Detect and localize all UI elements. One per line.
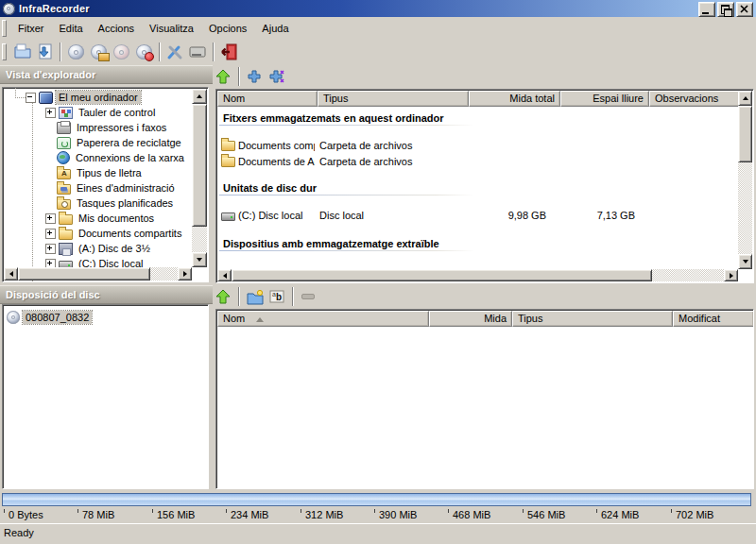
scroll-down-button[interactable] bbox=[738, 254, 752, 269]
erase-disc-button[interactable] bbox=[132, 42, 155, 63]
tree-item-label[interactable]: Tasques planificades bbox=[74, 196, 176, 210]
tree-vertical-scrollbar[interactable] bbox=[192, 89, 207, 267]
scroll-thumb[interactable] bbox=[232, 269, 652, 281]
recycle-bin-icon bbox=[57, 137, 71, 149]
menu-ajuda[interactable]: Ajuda bbox=[254, 21, 296, 36]
toolbar-separator bbox=[213, 42, 214, 61]
file-name: (C:) Disc local bbox=[235, 210, 315, 221]
column-nom-sorted[interactable]: Nom bbox=[217, 311, 429, 327]
menubar-grip[interactable] bbox=[2, 20, 7, 37]
copy-disc-button[interactable] bbox=[110, 42, 132, 63]
column-mida[interactable]: Mida bbox=[429, 311, 512, 327]
tree-item[interactable]: Tauler de control bbox=[45, 105, 158, 120]
tree-item-label[interactable]: Tipus de lletra bbox=[74, 166, 145, 179]
tools-button[interactable] bbox=[163, 42, 186, 63]
menu-opcions[interactable]: Opcions bbox=[201, 21, 254, 36]
go-up-button[interactable] bbox=[212, 66, 234, 87]
toolbar-grip[interactable] bbox=[2, 43, 7, 60]
tree-item-label[interactable]: Documents compartits bbox=[76, 227, 184, 240]
tree-item-label[interactable]: Eines d'administració bbox=[74, 181, 178, 195]
tree-item-label[interactable]: Impressores i faxos bbox=[74, 121, 169, 134]
data-disc-button[interactable] bbox=[87, 42, 110, 63]
expand-icon[interactable] bbox=[45, 213, 56, 224]
column-espai-lliure[interactable]: Espai lliure bbox=[560, 91, 649, 107]
disc-layout-item[interactable]: 080807_0832 bbox=[7, 310, 92, 325]
tree-item[interactable]: Eines d'administració bbox=[57, 180, 178, 196]
disc-capacity-bar bbox=[2, 493, 751, 506]
record-disc-button[interactable] bbox=[64, 42, 87, 63]
scroll-up-button[interactable] bbox=[738, 91, 752, 106]
tree-item[interactable]: Connexions de la xarxa bbox=[57, 150, 187, 165]
close-icon bbox=[740, 5, 748, 13]
folder-icon bbox=[221, 141, 235, 151]
scroll-thumb[interactable] bbox=[18, 267, 150, 280]
tree-item[interactable]: Mis documentos bbox=[45, 211, 157, 226]
statusbar: Ready bbox=[0, 523, 756, 544]
file-list-horizontal-scrollbar[interactable] bbox=[217, 269, 738, 281]
collapse-icon[interactable] bbox=[26, 93, 36, 103]
tree-item[interactable]: Documents compartits bbox=[45, 226, 184, 241]
menu-edita[interactable]: Edita bbox=[52, 21, 91, 36]
go-up-button[interactable] bbox=[212, 286, 234, 307]
column-mida-total[interactable]: Mida total bbox=[469, 91, 560, 107]
tree-horizontal-scrollbar[interactable] bbox=[4, 267, 192, 280]
rename-button[interactable]: a b bbox=[266, 286, 288, 307]
scroll-right-button[interactable] bbox=[724, 269, 738, 281]
tree-item-label[interactable]: (A:) Disc de 3½ bbox=[76, 242, 153, 255]
tree-item[interactable]: Impressores i faxos bbox=[57, 120, 169, 135]
data-disc-icon bbox=[91, 44, 107, 60]
control-panel-icon bbox=[59, 107, 73, 119]
add-all-button[interactable] bbox=[266, 66, 288, 87]
up-arrow-icon bbox=[215, 68, 232, 85]
menu-accions[interactable]: Accions bbox=[91, 21, 143, 36]
scroll-left-button[interactable] bbox=[4, 267, 18, 280]
scroll-up-button[interactable] bbox=[192, 89, 207, 104]
tree-item-label[interactable]: Connexions de la xarxa bbox=[73, 151, 187, 164]
new-document-button[interactable] bbox=[10, 42, 33, 63]
scroll-right-button[interactable] bbox=[178, 267, 192, 280]
column-tipus[interactable]: Tipus bbox=[512, 311, 673, 327]
menu-fitxer[interactable]: Fitxer bbox=[10, 21, 52, 36]
minimize-button[interactable] bbox=[698, 2, 715, 17]
disc-label[interactable]: 080807_0832 bbox=[23, 311, 92, 324]
expand-icon[interactable] bbox=[45, 108, 56, 118]
tree-item-label[interactable]: Mis documentos bbox=[76, 212, 157, 225]
remove-button[interactable] bbox=[297, 286, 319, 307]
tree-item-label[interactable]: El meu ordinador bbox=[56, 91, 141, 104]
scroll-left-button[interactable] bbox=[217, 269, 232, 281]
column-tipus[interactable]: Tipus bbox=[318, 91, 469, 107]
scroll-thumb[interactable] bbox=[738, 106, 752, 162]
column-observacions[interactable]: Observacions bbox=[649, 91, 740, 107]
expand-icon[interactable] bbox=[45, 244, 56, 254]
tree-item-label[interactable]: Tauler de control bbox=[76, 106, 158, 119]
file-list-vertical-scrollbar[interactable] bbox=[738, 91, 752, 269]
tree-item[interactable]: (A:) Disc de 3½ bbox=[45, 241, 153, 256]
file-row[interactable]: Documents comp... Carpeta de archivos bbox=[217, 137, 738, 153]
scroll-down-button[interactable] bbox=[192, 252, 207, 267]
device-button[interactable] bbox=[186, 42, 209, 63]
titlebar[interactable]: InfraRecorder bbox=[0, 0, 756, 17]
disc-capacity-ruler: 0 Bytes 78 MiB 156 MiB 234 MiB 312 MiB 3… bbox=[0, 507, 756, 523]
scroll-thumb[interactable] bbox=[192, 104, 207, 227]
ruler-label: 702 MiB bbox=[671, 509, 713, 520]
column-modificat[interactable]: Modificat bbox=[673, 311, 754, 327]
menu-visualitza[interactable]: Visualitza bbox=[142, 21, 201, 36]
expand-icon[interactable] bbox=[45, 229, 56, 239]
exit-button[interactable] bbox=[217, 42, 240, 63]
tree-item[interactable]: Paperera de reciclatge bbox=[57, 135, 184, 150]
new-folder-button[interactable] bbox=[243, 286, 266, 307]
file-row[interactable]: Documents de Ad... Carpeta de archivos bbox=[217, 153, 738, 169]
tree-item[interactable]: El meu ordinador bbox=[26, 90, 141, 105]
tree-item-label[interactable]: Paperera de reciclatge bbox=[74, 136, 184, 149]
restore-button[interactable] bbox=[717, 2, 734, 17]
tree-item[interactable]: Tasques planificades bbox=[57, 196, 176, 211]
file-list-body: Fitxers emmagatzemats en aquest ordinado… bbox=[217, 107, 738, 269]
file-row[interactable]: (C:) Disc local Disc local 9,98 GB 7,13 … bbox=[217, 207, 738, 223]
file-total-size: 9,98 GB bbox=[466, 210, 558, 221]
tree-item[interactable]: Tipus de lletra bbox=[57, 165, 145, 180]
close-button[interactable] bbox=[736, 2, 753, 17]
ruler-label: 312 MiB bbox=[301, 509, 343, 520]
column-nom[interactable]: Nom bbox=[217, 91, 318, 107]
import-document-button[interactable] bbox=[33, 42, 56, 63]
add-button[interactable] bbox=[243, 66, 266, 87]
